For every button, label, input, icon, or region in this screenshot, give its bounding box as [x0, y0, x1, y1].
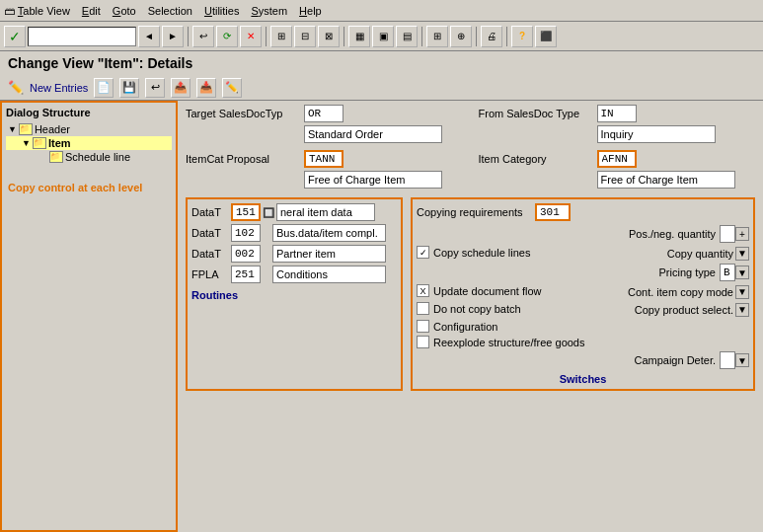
itemcat-proposal-label: ItemCat Proposal: [186, 153, 304, 165]
menu-system[interactable]: System: [251, 5, 287, 17]
toolbar-btn3[interactable]: ⊞: [270, 26, 292, 47]
datat3-desc-input[interactable]: [272, 245, 386, 263]
configuration-checkbox[interactable]: [417, 320, 429, 333]
toolbar-sep5: [476, 27, 477, 46]
tree-item-item[interactable]: ▼ 📁 Item: [6, 136, 172, 150]
fpla-input[interactable]: [231, 266, 261, 283]
datat3-input[interactable]: [231, 245, 261, 263]
target-sales-desc-row: [186, 125, 463, 143]
datat2-input[interactable]: [231, 224, 261, 242]
toolbar-cancel-btn[interactable]: ✕: [240, 26, 262, 47]
from-sales-row: From SalesDoc Type: [479, 105, 756, 122]
cont-copy-scroll[interactable]: ▼: [735, 285, 749, 299]
action-btn5[interactable]: 📥: [196, 78, 216, 98]
do-not-copy-row: Do not copy batch Copy product select. ▼: [417, 302, 749, 317]
tree-item-schedule[interactable]: 📁 Schedule line: [6, 150, 172, 164]
copying-req-input[interactable]: [535, 203, 571, 221]
pos-neg-plus-btn[interactable]: +: [735, 227, 749, 241]
datat1-desc-input[interactable]: [276, 203, 375, 221]
datat1-label: DataT: [191, 206, 231, 218]
action-btn4[interactable]: 📤: [171, 78, 191, 98]
toolbar-prev-btn[interactable]: ◄: [138, 26, 160, 47]
toolbar-btn5[interactable]: ⊠: [318, 26, 340, 47]
toolbar-btn11[interactable]: ⬛: [535, 26, 557, 47]
action-btn2[interactable]: 💾: [119, 78, 139, 98]
toolbar-btn9[interactable]: ⊞: [426, 26, 448, 47]
from-sales-desc-input[interactable]: [597, 125, 716, 143]
item-category-desc-input[interactable]: [597, 171, 735, 189]
reexplode-label: Reexplode structure/free goods: [433, 337, 584, 348]
datat1-input[interactable]: [231, 203, 261, 221]
triangle-item-icon: ▼: [22, 138, 31, 148]
campaign-deter-input[interactable]: [720, 351, 735, 369]
itemcat-desc-row: [186, 171, 463, 189]
from-sales-input[interactable]: [597, 105, 637, 122]
copy-sched-checkbox[interactable]: ✓: [417, 246, 429, 259]
action-btn1[interactable]: 📄: [94, 78, 114, 98]
pricing-type-scroll[interactable]: ▼: [735, 266, 749, 279]
item-category-input[interactable]: [597, 150, 637, 168]
do-not-copy-checkbox[interactable]: [417, 302, 429, 315]
action-btn6[interactable]: ✏️: [222, 78, 242, 98]
toolbar-input[interactable]: [28, 27, 136, 46]
routines-label-container: Routines: [191, 289, 397, 301]
toolbar-btn10[interactable]: ⊕: [450, 26, 472, 47]
new-entries-link[interactable]: New Entries: [30, 82, 88, 94]
toolbar-btn6[interactable]: ▦: [348, 26, 370, 47]
menu-help[interactable]: Help: [299, 5, 322, 17]
item-category-label: Item Category: [479, 153, 597, 165]
switches-label: Switches: [560, 373, 607, 385]
toolbar-help-btn[interactable]: ?: [511, 26, 533, 47]
copy-product-container: Copy product select. ▼: [635, 303, 749, 317]
do-not-copy-chk-row: Do not copy batch: [417, 302, 521, 315]
pos-neg-input[interactable]: [720, 225, 735, 243]
menu-edit[interactable]: Edit: [82, 5, 101, 17]
toolbar-refresh-btn[interactable]: ⟳: [216, 26, 238, 47]
pricing-type-container: Pricing type ▼: [417, 264, 749, 281]
item-folder-icon: 📁: [33, 137, 46, 149]
menu-goto[interactable]: Goto: [113, 5, 136, 17]
toolbar-check-btn[interactable]: ✓: [4, 26, 26, 47]
itemcat-proposal-input[interactable]: [304, 150, 343, 168]
menu-table-view[interactable]: 🗃 Table View: [4, 5, 70, 17]
from-sales-label: From SalesDoc Type: [479, 108, 597, 119]
do-not-copy-label: Do not copy batch: [433, 303, 521, 315]
tree-item-header[interactable]: ▼ 📁 Header: [6, 122, 172, 136]
copy-control-label: Copy control at each level: [6, 180, 172, 195]
action-btn3[interactable]: ↩: [145, 78, 165, 98]
update-flow-checkbox[interactable]: X: [417, 284, 429, 297]
action-bar: ✏️ New Entries 📄 💾 ↩ 📤 📥 ✏️: [0, 75, 763, 101]
itemcat-desc-input[interactable]: [304, 171, 442, 189]
target-sales-input[interactable]: [304, 105, 343, 122]
copy-sched-label: Copy schedule lines: [433, 247, 530, 259]
copy-qty-container: Copy quantity ▼: [667, 247, 749, 261]
copy-product-scroll[interactable]: ▼: [735, 303, 749, 317]
datat1-row: DataT 🔲: [191, 203, 397, 221]
menu-utilities[interactable]: Utilities: [204, 5, 239, 17]
toolbar-btn7[interactable]: ▣: [372, 26, 394, 47]
toolbar-next-btn[interactable]: ►: [162, 26, 184, 47]
campaign-deter-container: Campaign Deter. ▼: [417, 351, 749, 369]
campaign-deter-scroll[interactable]: ▼: [735, 353, 749, 367]
update-flow-row: X Update document flow Cont. item copy m…: [417, 284, 749, 299]
update-flow-chk-row: X Update document flow: [417, 284, 541, 297]
reexplode-checkbox[interactable]: [417, 336, 429, 348]
toolbar-btn4[interactable]: ⊟: [294, 26, 316, 47]
toolbar-back-btn[interactable]: ↩: [192, 26, 214, 47]
toolbar-print-btn[interactable]: 🖨: [481, 26, 502, 47]
target-sales-label: Target SalesDocTyp: [186, 108, 304, 119]
header-folder-icon: 📁: [19, 123, 33, 135]
copying-req-label: Copying requirements: [417, 206, 535, 218]
target-sales-desc-input[interactable]: [304, 125, 442, 143]
item-category-row: Item Category: [479, 150, 756, 168]
toolbar-sep1: [188, 27, 189, 46]
switches-label-container: Switches: [417, 373, 749, 385]
fpla-label: FPLA: [191, 268, 231, 280]
tree-item-label: Item: [48, 137, 71, 149]
toolbar-btn8[interactable]: ▤: [396, 26, 418, 47]
pricing-type-input[interactable]: [720, 264, 735, 281]
fpla-desc-input[interactable]: [272, 266, 386, 283]
datat2-desc-input[interactable]: [272, 224, 386, 242]
copy-qty-scroll[interactable]: ▼: [735, 247, 749, 261]
menu-selection[interactable]: Selection: [148, 5, 192, 17]
